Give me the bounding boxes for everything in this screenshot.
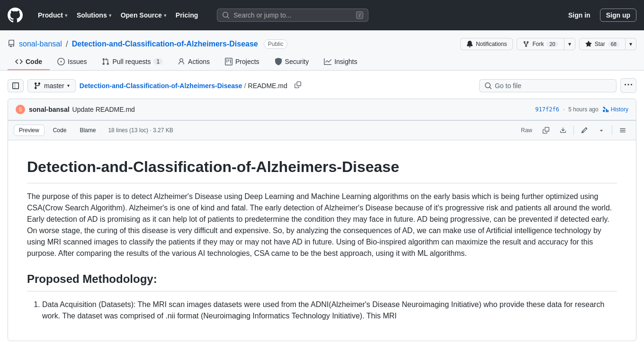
pr-icon xyxy=(102,58,109,65)
tab-issues[interactable]: Issues xyxy=(50,54,94,70)
copy-raw-button[interactable] xyxy=(538,125,554,136)
edit-button[interactable] xyxy=(577,125,592,136)
notifications-button[interactable]: Notifications xyxy=(460,38,513,50)
tab-code[interactable]: Code xyxy=(8,54,50,70)
repo-name[interactable]: Detection-and-Classification-of-Alzheime… xyxy=(72,40,258,48)
commit-time: · xyxy=(563,106,564,113)
sign-up-button[interactable]: Sign up xyxy=(600,9,636,22)
tab-insights[interactable]: Insights xyxy=(316,54,365,70)
download-button[interactable] xyxy=(555,125,571,136)
breadcrumb: Detection-and-Classification-of-Alzheime… xyxy=(80,82,287,90)
toggle-sidebar-button[interactable] xyxy=(8,79,24,92)
star-button[interactable]: Star 68 xyxy=(579,38,626,50)
more-options-button[interactable] xyxy=(620,78,636,93)
nav-pricing[interactable]: Pricing xyxy=(172,9,202,22)
repo-actions: Notifications Fork 20 ▾ xyxy=(460,38,636,50)
star-count: 68 xyxy=(608,41,619,47)
projects-icon xyxy=(225,58,233,65)
sidebar-icon xyxy=(12,82,19,90)
branch-selector[interactable]: master ▾ xyxy=(27,79,76,92)
tab-projects[interactable]: Projects xyxy=(217,54,267,70)
copy-icon xyxy=(543,127,549,134)
tab-pull-requests[interactable]: Pull requests 1 xyxy=(94,54,170,70)
search-icon xyxy=(222,11,230,19)
readme-content: Detection-and-Classification-of-Alzheime… xyxy=(8,140,636,341)
commit-meta: 917f2f6 · 5 hours ago History xyxy=(535,106,628,113)
actions-icon xyxy=(178,58,185,65)
copy-path-button[interactable] xyxy=(291,79,304,92)
copy-icon xyxy=(295,81,301,88)
nav-solutions[interactable]: Solutions ▾ xyxy=(73,9,115,22)
search-icon xyxy=(484,82,492,90)
commit-sha[interactable]: 917f2f6 xyxy=(535,106,559,113)
file-info: 18 lines (13 loc) · 3.27 KB xyxy=(108,127,173,134)
tab-code[interactable]: Code xyxy=(48,125,72,136)
outline-button[interactable] xyxy=(615,125,630,136)
main-header: Product ▾ Solutions ▾ Open Source ▾ Pric… xyxy=(0,0,644,30)
chevron-down-icon: ▾ xyxy=(568,41,571,47)
commit-row: S sonal-bansal Update README.md 917f2f6 … xyxy=(8,99,636,120)
repo-header: sonal-bansal / Detection-and-Classificat… xyxy=(0,30,644,71)
commit-author[interactable]: sonal-bansal xyxy=(29,106,70,113)
history-button[interactable]: History xyxy=(602,106,628,113)
list-icon xyxy=(619,127,626,134)
fork-button[interactable]: Fork 20 xyxy=(517,38,564,50)
repo-owner[interactable]: sonal-bansal xyxy=(19,40,62,48)
code-icon xyxy=(15,58,23,65)
search-shortcut: / xyxy=(356,11,363,19)
tab-actions[interactable]: Actions xyxy=(170,54,217,70)
list-item: Data Acquisition (Datasets): The MRI sca… xyxy=(42,299,617,322)
nav-product[interactable]: Product ▾ xyxy=(34,9,71,22)
readme-methodology-list: Data Acquisition (Datasets): The MRI sca… xyxy=(27,299,617,322)
file-view-header: Preview Code Blame 18 lines (13 loc) · 3… xyxy=(8,121,636,140)
repo-tabs: Code Issues Pull requests 1 Actions xyxy=(8,54,636,70)
breadcrumb-current-file: README.md xyxy=(248,82,287,90)
tab-security[interactable]: Security xyxy=(267,54,317,70)
readme-intro: The purpose of this paper is to detect A… xyxy=(27,191,617,259)
avatar: S xyxy=(16,105,25,114)
issue-icon xyxy=(57,58,65,65)
raw-button[interactable]: Raw xyxy=(517,125,537,136)
chevron-down-icon: ▾ xyxy=(65,13,67,18)
tab-blame[interactable]: Blame xyxy=(75,125,100,136)
repo-title-row: sonal-bansal / Detection-and-Classificat… xyxy=(8,38,636,50)
main-content: master ▾ Detection-and-Classification-of… xyxy=(0,71,644,356)
chevron-down-icon: ▾ xyxy=(67,83,70,88)
nav-open-source[interactable]: Open Source ▾ xyxy=(117,9,170,22)
main-nav: Product ▾ Solutions ▾ Open Source ▾ Pric… xyxy=(34,9,202,22)
tab-preview[interactable]: Preview xyxy=(14,125,45,136)
bell-icon xyxy=(466,41,473,47)
action-separator xyxy=(573,126,574,135)
fork-dropdown-button[interactable]: ▾ xyxy=(564,38,575,50)
search-box[interactable]: Search or jump to... / xyxy=(217,9,368,22)
file-actions: Raw xyxy=(517,125,630,136)
security-icon xyxy=(275,58,282,65)
file-toolbar: master ▾ Detection-and-Classification-of… xyxy=(8,78,636,93)
edit-icon xyxy=(581,127,588,134)
fork-btn-group: Fork 20 ▾ xyxy=(517,38,575,50)
chevron-down-icon: ▾ xyxy=(629,41,632,47)
chevron-down-icon: ▾ xyxy=(164,13,166,18)
star-dropdown-button[interactable]: ▾ xyxy=(625,38,636,50)
commit-time-value: 5 hours ago xyxy=(568,106,598,113)
commit-message: Update README.md xyxy=(72,106,135,113)
github-logo[interactable] xyxy=(8,8,23,23)
fork-icon xyxy=(523,41,529,47)
file-view: Preview Code Blame 18 lines (13 loc) · 3… xyxy=(8,120,636,341)
branch-icon xyxy=(34,82,41,90)
more-file-options-button[interactable] xyxy=(594,125,609,136)
repo-icon xyxy=(8,40,15,49)
goto-file-button[interactable]: Go to file xyxy=(479,79,617,92)
repo-visibility-badge: Public xyxy=(264,39,288,49)
star-btn-group: Star 68 ▾ xyxy=(579,38,636,50)
history-icon xyxy=(602,106,609,113)
search-placeholder: Search or jump to... xyxy=(233,11,352,19)
chevron-down-icon: ▾ xyxy=(109,13,111,18)
download-icon xyxy=(560,127,566,134)
chevron-down-icon xyxy=(598,127,605,134)
pr-count-badge: 1 xyxy=(153,58,162,65)
breadcrumb-repo-link[interactable]: Detection-and-Classification-of-Alzheime… xyxy=(80,82,242,90)
kebab-icon xyxy=(625,81,632,89)
sign-in-button[interactable]: Sign in xyxy=(563,9,596,21)
header-actions: Sign in Sign up xyxy=(563,9,636,22)
